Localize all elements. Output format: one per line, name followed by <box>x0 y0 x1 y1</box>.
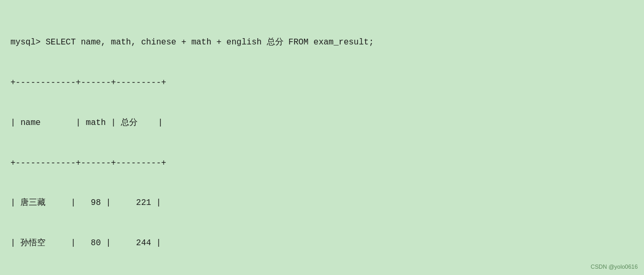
watermark: CSDN @yolo0616 <box>591 263 638 270</box>
separator-top: +------------+------+---------+ <box>10 76 634 90</box>
command-line: mysql> SELECT name, math, chinese + math… <box>10 36 634 50</box>
terminal-window: mysql> SELECT name, math, chinese + math… <box>0 0 644 275</box>
table-row: | 唐三藏 | 98 | 221 | <box>10 197 634 210</box>
table-header: | name | math | 总分 | <box>10 117 634 130</box>
separator-header: +------------+------+---------+ <box>10 157 634 170</box>
table-row: | 孙悟空 | 80 | 244 | <box>10 237 634 250</box>
